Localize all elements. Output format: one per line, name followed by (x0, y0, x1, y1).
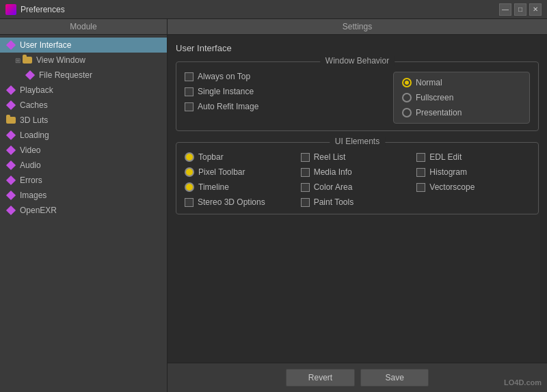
edl-edit-label: EDL Edit (429, 152, 462, 162)
section-title: User Interface (176, 43, 539, 53)
sidebar-item-label: File Requester (39, 70, 92, 80)
histogram-checkbox[interactable] (416, 168, 425, 177)
presentation-radio-item[interactable]: Presentation (402, 108, 521, 117)
minimize-button[interactable]: — (499, 3, 511, 16)
sidebar-item-images[interactable]: Images (0, 188, 167, 203)
stereo-3d-item[interactable]: Stereo 3D Options (185, 197, 298, 207)
media-info-checkbox[interactable] (301, 168, 310, 177)
stereo-3d-checkbox[interactable] (185, 198, 194, 207)
diamond-icon (5, 145, 16, 156)
sidebar-item-label: User Interface (20, 40, 71, 50)
color-area-checkbox[interactable] (301, 183, 310, 192)
sidebar-item-view-window[interactable]: ⊞ View Window (0, 53, 167, 68)
vectorscope-item[interactable]: Vectorscope (416, 182, 530, 192)
pixel-toolbar-item[interactable]: Pixel Toolbar (185, 167, 298, 177)
right-panel: Settings User Interface Window Behavior … (168, 19, 547, 392)
sidebar-item-3d-luts[interactable]: 3D Luts (0, 113, 167, 128)
sidebar-item-loading[interactable]: Loading (0, 128, 167, 143)
single-instance-item[interactable]: Single Instance (185, 87, 385, 96)
edl-edit-item[interactable]: EDL Edit (416, 152, 530, 162)
histogram-item[interactable]: Histogram (416, 167, 530, 177)
watermark: LO4D.com (504, 378, 542, 387)
ui-elements-label: UI Elements (330, 137, 385, 146)
diamond-icon (5, 190, 16, 201)
main-layout: Module User Interface ⊞ View Window File… (0, 19, 547, 392)
histogram-label: Histogram (429, 167, 467, 177)
normal-radio-item[interactable]: Normal (402, 78, 521, 87)
sidebar-item-label: Images (20, 191, 46, 200)
paint-tools-label: Paint Tools (314, 197, 353, 207)
reel-list-checkbox[interactable] (301, 153, 310, 162)
maximize-button[interactable]: □ (514, 3, 526, 16)
always-on-top-item[interactable]: Always on Top (185, 72, 385, 81)
sidebar-item-label: Errors (20, 176, 42, 185)
sidebar-item-playback[interactable]: Playback (0, 83, 167, 98)
single-instance-checkbox[interactable] (185, 87, 194, 96)
paint-tools-item[interactable]: Paint Tools (301, 197, 414, 207)
settings-content: User Interface Window Behavior Always on… (168, 35, 547, 363)
save-button[interactable]: Save (360, 369, 429, 387)
diamond-icon (25, 70, 36, 81)
color-area-label: Color Area (314, 182, 353, 192)
paint-tools-checkbox[interactable] (301, 198, 310, 207)
sidebar-item-label: 3D Luts (20, 115, 48, 125)
sidebar-item-audio[interactable]: Audio (0, 158, 167, 173)
timeline-item[interactable]: Timeline (185, 182, 298, 192)
media-info-item[interactable]: Media Info (301, 167, 414, 177)
auto-refit-label: Auto Refit Image (198, 102, 258, 111)
timeline-label: Timeline (198, 182, 229, 192)
window-behavior-label: Window Behavior (320, 56, 395, 66)
normal-radio[interactable] (402, 78, 412, 87)
stereo-3d-label: Stereo 3D Options (198, 197, 265, 207)
media-info-label: Media Info (314, 167, 352, 177)
sidebar-item-file-requester[interactable]: File Requester (0, 68, 167, 83)
window-controls: — □ ✕ (499, 3, 542, 16)
close-button[interactable]: ✕ (529, 3, 542, 16)
app-icon (5, 4, 16, 15)
presentation-radio[interactable] (402, 108, 412, 117)
vectorscope-label: Vectorscope (429, 182, 475, 192)
sidebar-item-openexr[interactable]: OpenEXR (0, 203, 167, 218)
normal-label: Normal (416, 78, 442, 87)
fullscreen-label: Fullscreen (416, 93, 453, 102)
always-on-top-checkbox[interactable] (185, 72, 194, 81)
sidebar-item-video[interactable]: Video (0, 143, 167, 158)
expand-icon: ⊞ (15, 57, 21, 64)
revert-button[interactable]: Revert (286, 369, 355, 387)
titlebar: Preferences — □ ✕ (0, 0, 547, 19)
reel-list-item[interactable]: Reel List (301, 152, 414, 162)
module-header: Module (0, 19, 167, 35)
diamond-icon (5, 205, 16, 216)
ui-elements-grid: Topbar Reel List EDL Edit Pixel Toolbar (185, 152, 530, 207)
window-title: Preferences (21, 5, 499, 14)
diamond-icon (5, 130, 16, 141)
footer-bar: Revert Save (168, 363, 547, 392)
reel-list-label: Reel List (314, 152, 346, 162)
sidebar-item-label: Loading (20, 130, 49, 140)
window-behavior-content: Always on Top Single Instance Auto Refit… (185, 72, 530, 124)
topbar-dot[interactable] (185, 152, 194, 162)
auto-refit-checkbox[interactable] (185, 102, 194, 111)
vectorscope-checkbox[interactable] (416, 183, 425, 192)
module-list: User Interface ⊞ View Window File Reques… (0, 35, 167, 392)
auto-refit-item[interactable]: Auto Refit Image (185, 102, 385, 111)
diamond-icon (5, 160, 16, 171)
pixel-toolbar-dot[interactable] (185, 167, 194, 177)
timeline-dot[interactable] (185, 182, 194, 192)
sidebar-item-label: View Window (36, 55, 85, 65)
edl-edit-checkbox[interactable] (416, 153, 425, 162)
folder-icon (22, 55, 33, 66)
presentation-label: Presentation (416, 108, 462, 117)
sidebar-item-caches[interactable]: Caches (0, 98, 167, 113)
fullscreen-radio-item[interactable]: Fullscreen (402, 93, 521, 102)
sidebar-item-errors[interactable]: Errors (0, 173, 167, 188)
topbar-item[interactable]: Topbar (185, 152, 298, 162)
fullscreen-radio[interactable] (402, 93, 412, 102)
ui-elements-group: UI Elements Topbar Reel List EDL Edit (176, 142, 539, 214)
color-area-item[interactable]: Color Area (301, 182, 414, 192)
window-behavior-group: Window Behavior Always on Top Single Ins… (176, 61, 539, 131)
sidebar-item-label: OpenEXR (20, 206, 57, 215)
sidebar-item-label: Video (20, 145, 40, 155)
sidebar-item-user-interface[interactable]: User Interface (0, 38, 167, 53)
sidebar-item-label: Playback (20, 85, 53, 95)
